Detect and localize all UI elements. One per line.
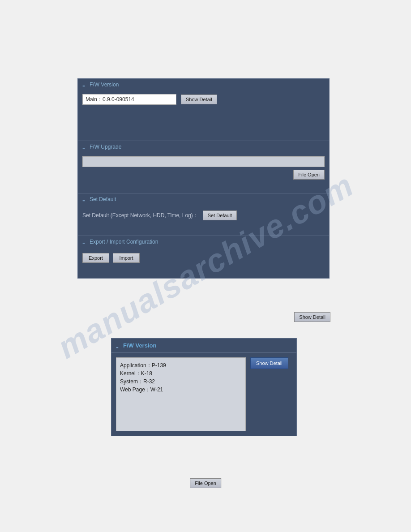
callout-file-open-button[interactable]: File Open [190,478,221,488]
bottom-panel-title: F/W Version [123,342,156,349]
bottom-show-detail-button[interactable]: Show Detail [250,357,288,369]
set-default-row: Set Default (Except Network, HDD, Time, … [82,209,325,222]
set-default-icon [82,197,87,202]
fw-version-section: Show Detail [78,90,329,141]
callout-show-detail-area: Show Detail [294,312,330,322]
set-default-label: Set Default (Except Network, HDD, Time, … [82,212,198,219]
page-wrapper: manualsarchive.com F/W Version Show Deta… [0,0,411,532]
bottom-panel-header: F/W Version [111,339,296,353]
set-default-header: Set Default [78,193,329,205]
fw-version-header: F/W Version [78,79,329,90]
file-open-row: File Open [82,170,325,180]
fw-upgrade-section: File Open [78,153,329,193]
show-detail-button[interactable]: Show Detail [181,94,217,104]
export-import-section: Export Import [78,248,329,278]
bottom-panel-content: Show Detail [111,353,296,436]
fw-version-title: F/W Version [90,82,119,88]
file-path-bar [82,156,325,167]
fw-version-icon [82,82,87,87]
file-open-button[interactable]: File Open [293,170,325,180]
fw-version-input[interactable] [82,94,176,105]
set-default-section: Set Default (Except Network, HDD, Time, … [78,205,329,236]
fw-upgrade-icon [82,145,87,149]
export-import-header: Export / Import Configuration [78,236,329,248]
export-import-row: Export Import [82,251,325,265]
fw-upgrade-header: F/W Upgrade [78,141,329,153]
fw-version-row: Show Detail [82,94,325,105]
callout-show-detail-button[interactable]: Show Detail [294,312,330,322]
fw-upgrade-title: F/W Upgrade [90,144,121,150]
export-button[interactable]: Export [82,253,109,263]
export-import-icon [82,240,87,244]
export-import-title: Export / Import Configuration [90,239,158,245]
bottom-panel-icon [116,343,120,348]
main-panel: F/W Version Show Detail F/W Upgrade File… [77,78,330,279]
bottom-panel: F/W Version Show Detail [111,338,297,436]
set-default-button[interactable]: Set Default [203,210,237,220]
detail-textarea[interactable] [116,357,246,431]
callout-file-open-area: File Open [190,478,221,488]
import-button[interactable]: Import [113,253,140,263]
set-default-title: Set Default [90,196,116,202]
